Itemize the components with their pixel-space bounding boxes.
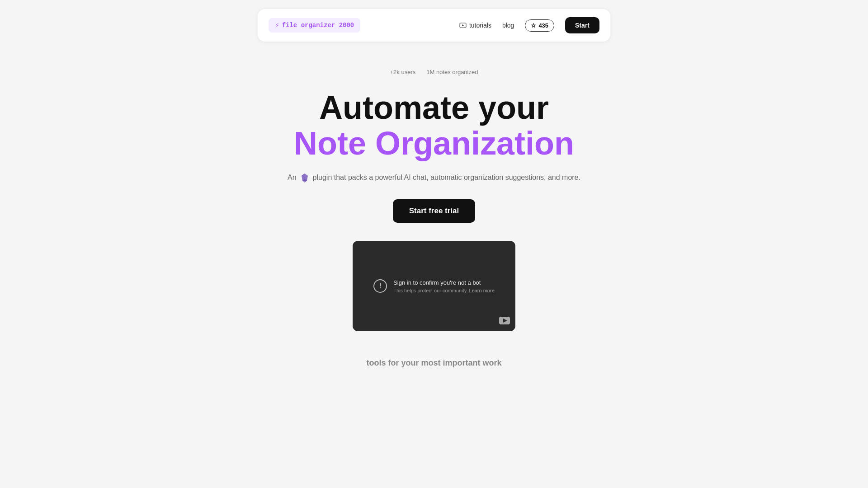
star-icon: ☆ xyxy=(531,22,536,29)
stat-users: +2k users xyxy=(390,69,416,75)
stats-row: +2k users 1M notes organized xyxy=(390,69,478,75)
video-embed[interactable]: ! Sign in to confirm you're not a bot Th… xyxy=(353,241,515,331)
video-sign-in-sub: This helps protect our community. Learn … xyxy=(393,288,495,293)
bottom-tagline: tools for your most important work xyxy=(0,358,868,368)
nav-links: tutorials blog ☆ 435 Start xyxy=(459,17,599,33)
subtitle-post: plugin that packs a powerful AI chat, au… xyxy=(313,174,580,182)
star-count: 435 xyxy=(538,22,548,29)
hero-title-line2: Note Organization xyxy=(294,126,574,161)
youtube-logo xyxy=(499,317,510,327)
navbar: ⚡ file organizer 2000 tutorials blog ☆ 4… xyxy=(258,9,610,42)
video-text: Sign in to confirm you're not a bot This… xyxy=(393,279,495,293)
subtitle-pre: An xyxy=(288,174,297,182)
logo: ⚡ file organizer 2000 xyxy=(269,18,360,33)
blog-label: blog xyxy=(502,22,514,29)
tutorials-link[interactable]: tutorials xyxy=(459,22,491,29)
tutorials-label: tutorials xyxy=(469,22,491,29)
logo-icon: ⚡ xyxy=(275,21,279,30)
start-button[interactable]: Start xyxy=(565,17,599,33)
warning-icon: ! xyxy=(373,279,387,293)
stat-notes: 1M notes organized xyxy=(426,69,478,75)
hero-title-line1: Automate your xyxy=(319,90,549,126)
cta-button[interactable]: Start free trial xyxy=(393,199,476,223)
video-inner: ! Sign in to confirm you're not a bot Th… xyxy=(363,279,505,293)
video-sign-in-title: Sign in to confirm you're not a bot xyxy=(393,279,495,286)
blog-link[interactable]: blog xyxy=(502,22,514,29)
hero-section: +2k users 1M notes organized Automate yo… xyxy=(0,42,868,331)
obsidian-icon xyxy=(299,172,310,183)
star-badge[interactable]: ☆ 435 xyxy=(525,19,554,32)
logo-text: file organizer 2000 xyxy=(282,22,354,29)
svg-marker-1 xyxy=(462,24,464,26)
learn-more-link[interactable]: Learn more xyxy=(469,288,495,293)
hero-subtitle: An plugin that packs a powerful AI chat,… xyxy=(288,172,580,183)
tutorials-icon xyxy=(459,22,467,29)
